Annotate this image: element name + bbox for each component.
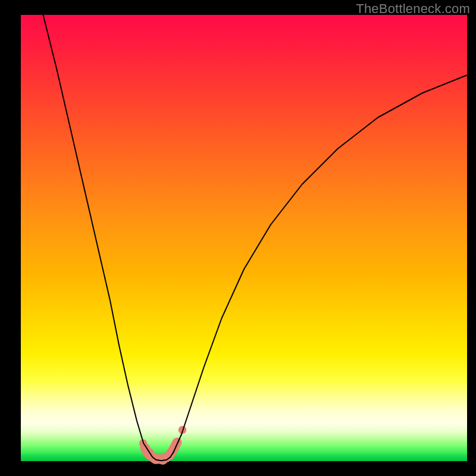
curve-lines bbox=[43, 15, 468, 461]
plot-area bbox=[21, 15, 467, 461]
salmon-dots bbox=[139, 426, 187, 465]
chart-svg bbox=[21, 15, 467, 461]
svg-point-4 bbox=[165, 450, 175, 460]
chart-frame: TheBottleneck.com bbox=[0, 0, 476, 476]
